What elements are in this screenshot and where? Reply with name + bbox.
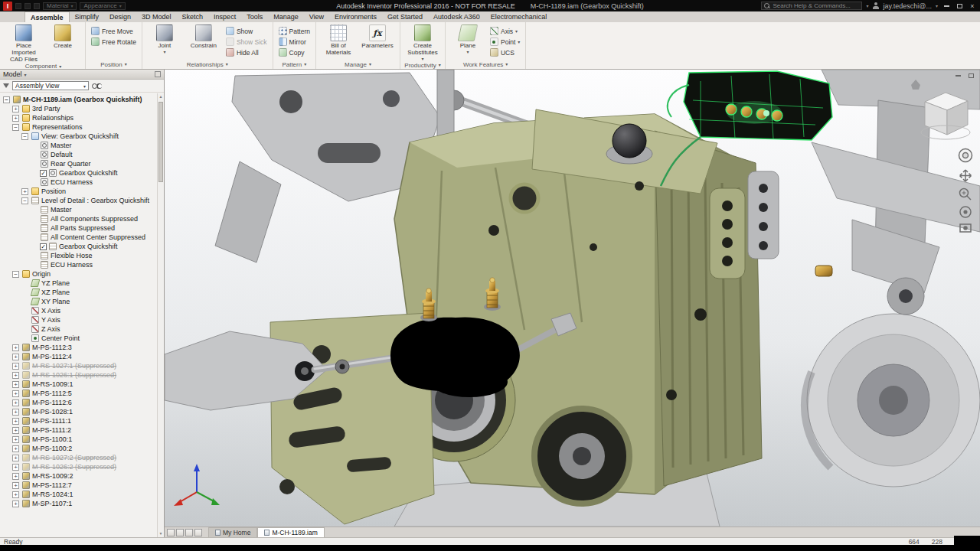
- tree-item-xy-plane[interactable]: XY Plane: [0, 297, 157, 306]
- document-tab-m-ch-1189-iam[interactable]: M-CH-1189.iam: [257, 527, 324, 537]
- checkbox-checked[interactable]: ✓: [40, 243, 47, 250]
- tree-item-m-ps-1112-6[interactable]: +M-PS-1112:6: [0, 398, 157, 407]
- ribbon-tab-sketch[interactable]: Sketch: [177, 11, 209, 22]
- tree-item-position[interactable]: +Position: [0, 187, 157, 196]
- tree-expander-icon[interactable]: +: [12, 344, 19, 351]
- quick-access-icon-1[interactable]: [15, 3, 21, 9]
- window-close-button[interactable]: ×: [968, 2, 977, 10]
- ribbon-panel-label-work-features[interactable]: Work Features▾: [446, 60, 525, 69]
- tree-expander-icon[interactable]: +: [12, 399, 19, 406]
- tree-item-m-rs-1024-1[interactable]: +M-RS-1024:1: [0, 490, 157, 499]
- tree-item-all-content-center-suppressed[interactable]: All Content Center Suppressed: [0, 233, 157, 242]
- tree-expander-icon[interactable]: +: [12, 418, 19, 425]
- ribbon-tab-environments[interactable]: Environments: [329, 11, 382, 22]
- tree-item-3rd-party[interactable]: +3rd Party: [0, 104, 157, 113]
- tree-item-m-sp-1107-1[interactable]: +M-SP-1107:1: [0, 499, 157, 508]
- tree-item-master[interactable]: Master: [0, 141, 157, 150]
- tree-item-m-ps-1100-1[interactable]: +M-PS-1100:1: [0, 435, 157, 444]
- button-free-move[interactable]: Free Move: [90, 26, 138, 36]
- tree-item-origin[interactable]: −Origin: [0, 269, 157, 279]
- tree-item-m-ps-1111-1[interactable]: +M-PS-1111:1: [0, 416, 157, 425]
- viewport[interactable]: [165, 70, 980, 527]
- window-layout-icon-3[interactable]: [185, 529, 193, 536]
- appearance-dropdown[interactable]: Appearance ▾: [80, 2, 125, 10]
- tree-expander-icon[interactable]: +: [12, 436, 19, 443]
- ribbon-tab-inspect[interactable]: Inspect: [208, 11, 241, 22]
- button-plane[interactable]: Plane▾: [449, 24, 486, 54]
- button-parameters[interactable]: Parameters: [359, 24, 396, 49]
- tree-expander-icon[interactable]: −: [3, 96, 10, 103]
- tree-item-m-ps-1112-3[interactable]: +M-PS-1112:3: [0, 343, 157, 352]
- browser-scrollbar[interactable]: ▲ ▼: [157, 93, 164, 537]
- button-bill-of-materials[interactable]: Bill of Materials: [320, 24, 357, 56]
- ribbon-tab-assemble[interactable]: Assemble: [24, 11, 70, 22]
- tree-item-y-axis[interactable]: Y Axis: [0, 315, 157, 324]
- ribbon-tab-manage[interactable]: Manage: [268, 11, 304, 22]
- ribbon-tab-design[interactable]: Design: [104, 11, 136, 22]
- ribbon-panel-label-manage[interactable]: Manage▾: [316, 60, 400, 69]
- tree-item-m-rs-1026-2-suppressed[interactable]: +M-RS-1026:2 (Suppressed): [0, 462, 157, 471]
- tree-item-m-rs-1009-2[interactable]: +M-RS-1009:2: [0, 471, 157, 481]
- ribbon-panel-label-component[interactable]: Component▾: [2, 63, 85, 70]
- inventor-app-icon[interactable]: I: [3, 2, 12, 11]
- tree-item-level-of-detail-gearbox-quickshift[interactable]: −Level of Detail : Gearbox Quickshift: [0, 196, 157, 205]
- search-input[interactable]: [773, 2, 859, 9]
- tree-item-m-ps-1112-4[interactable]: +M-PS-1112:4: [0, 352, 157, 361]
- tree-item-relationships[interactable]: +Relationships: [0, 113, 157, 122]
- user-menu-caret-icon[interactable]: ▾: [936, 3, 938, 8]
- button-mirror[interactable]: Mirror: [277, 37, 312, 47]
- tree-expander-icon[interactable]: +: [12, 354, 19, 360]
- tree-item-m-rs-1027-2-suppressed[interactable]: +M-RS-1027:2 (Suppressed): [0, 453, 157, 462]
- tree-expander-icon[interactable]: −: [21, 133, 28, 140]
- material-dropdown[interactable]: Material ▾: [43, 2, 77, 10]
- 3d-scene[interactable]: [165, 70, 980, 527]
- scrollbar-thumb[interactable]: [158, 102, 163, 182]
- tree-item-m-ps-1100-2[interactable]: +M-PS-1100:2: [0, 444, 157, 453]
- button-show[interactable]: Show: [224, 26, 269, 36]
- tree-item-flexible-hose[interactable]: Flexible Hose: [0, 251, 157, 260]
- scroll-up-arrow-icon[interactable]: ▲: [158, 93, 164, 100]
- quick-access-icon-3[interactable]: [34, 3, 40, 9]
- window-layout-icon-4[interactable]: [194, 529, 202, 536]
- button-create-substitutes[interactable]: Create Substitutes▾: [404, 24, 441, 61]
- tree-item-xz-plane[interactable]: XZ Plane: [0, 288, 157, 297]
- signed-in-user[interactable]: jay.tedeschi@...: [883, 2, 932, 10]
- tree-item-z-axis[interactable]: Z Axis: [0, 324, 157, 334]
- tree-item-center-point[interactable]: Center Point: [0, 334, 157, 343]
- tree-item-yz-plane[interactable]: YZ Plane: [0, 279, 157, 288]
- quick-access-icon-2[interactable]: [24, 3, 31, 9]
- document-tab-my-home[interactable]: My Home: [208, 527, 257, 537]
- tree-item-all-components-suppressed[interactable]: All Components Suppressed: [0, 214, 157, 223]
- tree-expander-icon[interactable]: +: [12, 500, 19, 507]
- ribbon-panel-label-pattern[interactable]: Pattern▾: [273, 60, 315, 69]
- tree-item-view-gearbox-quickshift[interactable]: −View: Gearbox Quickshift: [0, 132, 157, 141]
- window-layout-icon-1[interactable]: [167, 529, 175, 536]
- button-constrain[interactable]: Constrain: [185, 24, 222, 49]
- ribbon-tab-3d-model[interactable]: 3D Model: [136, 11, 177, 22]
- filter-icon[interactable]: [3, 83, 9, 88]
- tree-item-gearbox-quickshift[interactable]: ✓Gearbox Quickshift: [0, 168, 157, 178]
- tree-expander-icon[interactable]: +: [12, 363, 19, 370]
- document-minimize-icon[interactable]: [954, 72, 962, 80]
- tree-item-rear-quarter[interactable]: Rear Quarter: [0, 159, 157, 168]
- ribbon-panel-label-position[interactable]: Position▾: [86, 60, 142, 69]
- tree-item-m-ch-1189-iam-gearbox-quickshift[interactable]: −M-CH-1189.iam (Gearbox Quickshift): [0, 95, 157, 104]
- tree-expander-icon[interactable]: +: [12, 455, 19, 461]
- tree-item-gearbox-quickshift[interactable]: ✓Gearbox Quickshift: [0, 242, 157, 251]
- tree-expander-icon[interactable]: +: [12, 381, 19, 388]
- tree-expander-icon[interactable]: +: [12, 482, 19, 489]
- ribbon-panel-label-relationships[interactable]: Relationships▾: [142, 60, 273, 69]
- panel-options-icon[interactable]: [155, 71, 161, 77]
- search-options-caret-icon[interactable]: ▾: [866, 3, 868, 8]
- tree-item-representations[interactable]: −Representations: [0, 122, 157, 132]
- tree-item-m-rs-1009-1[interactable]: +M-RS-1009:1: [0, 380, 157, 389]
- ribbon-tab-autodesk-a360[interactable]: Autodesk A360: [428, 11, 485, 22]
- tree-expander-icon[interactable]: +: [12, 409, 19, 416]
- tree-expander-icon[interactable]: +: [12, 445, 19, 452]
- button-show-sick[interactable]: Show Sick: [224, 37, 269, 47]
- tree-item-m-ps-1028-1[interactable]: +M-PS-1028:1: [0, 407, 157, 416]
- tree-expander-icon[interactable]: +: [12, 464, 19, 471]
- button-pattern[interactable]: Pattern: [277, 26, 312, 36]
- button-place-imported-cad-files[interactable]: Place Imported CAD Files: [5, 24, 42, 63]
- full-navigation-wheel-icon[interactable]: [959, 149, 972, 162]
